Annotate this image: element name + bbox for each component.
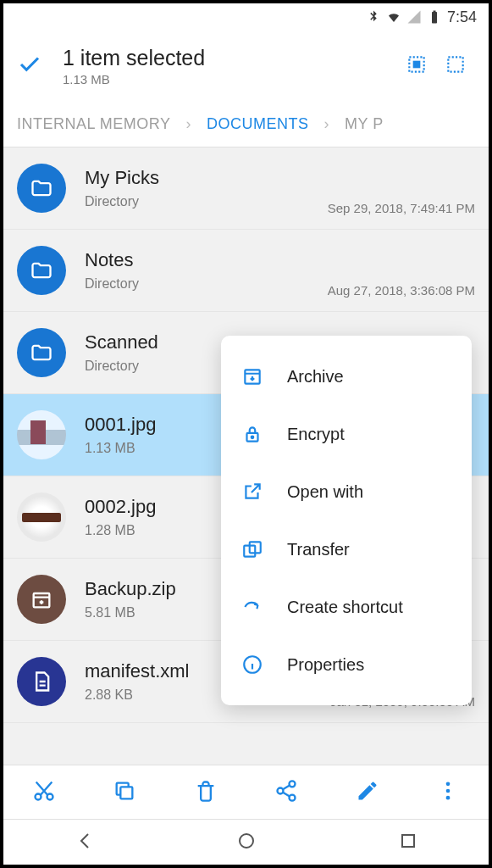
menu-label: Archive (287, 367, 344, 387)
folder-icon (17, 328, 66, 377)
file-type: Directory (85, 194, 328, 209)
breadcrumb: INTERNAL MEMORY › DOCUMENTS › MY P (3, 102, 489, 147)
header-subtitle: 1.13 MB (63, 72, 397, 86)
select-all-button[interactable] (397, 45, 436, 87)
svg-point-13 (240, 834, 253, 848)
signal-icon (406, 9, 422, 25)
select-none-button[interactable] (436, 45, 475, 87)
copy-button[interactable] (101, 771, 148, 815)
context-menu: Archive Encrypt Open with Transfer Creat… (221, 336, 472, 705)
header-title: 1 item selected (63, 46, 397, 70)
file-type: Directory (85, 276, 328, 292)
selection-header: 1 item selected 1.13 MB (3, 31, 489, 102)
status-bar: 7:54 (3, 3, 489, 31)
svg-point-10 (446, 782, 451, 786)
svg-rect-6 (121, 787, 133, 798)
svg-rect-14 (402, 835, 414, 847)
svg-point-17 (252, 436, 254, 438)
battery-icon (427, 9, 442, 25)
menu-open-with[interactable]: Open with (221, 463, 472, 520)
cut-button[interactable] (20, 771, 68, 815)
menu-label: Properties (287, 655, 364, 675)
menu-label: Open with (287, 482, 363, 502)
svg-rect-2 (448, 57, 462, 71)
svg-point-12 (446, 795, 451, 799)
svg-point-8 (278, 787, 284, 793)
svg-point-9 (290, 794, 296, 800)
menu-archive[interactable]: Archive (221, 348, 472, 405)
action-toolbar (3, 765, 489, 819)
menu-label: Encrypt (287, 425, 345, 444)
status-time: 7:54 (447, 8, 477, 26)
breadcrumb-internal[interactable]: INTERNAL MEMORY (17, 115, 171, 133)
svg-point-11 (446, 788, 451, 793)
svg-point-5 (47, 793, 53, 799)
rename-button[interactable] (344, 771, 391, 815)
menu-create-shortcut[interactable]: Create shortcut (221, 578, 472, 636)
chevron-right-icon: › (186, 115, 192, 133)
list-item[interactable]: My Picks Directory Sep 29, 2018, 7:49:41… (3, 147, 489, 230)
confirm-check-icon[interactable] (17, 52, 42, 81)
chevron-right-icon: › (324, 115, 330, 133)
document-icon (17, 657, 66, 706)
svg-rect-1 (413, 61, 421, 69)
bluetooth-icon (366, 9, 381, 25)
archive-icon (17, 575, 66, 624)
svg-point-4 (35, 793, 41, 799)
more-button[interactable] (424, 771, 472, 815)
file-date: Aug 27, 2018, 3:36:08 PM (328, 283, 475, 298)
svg-rect-3 (34, 593, 50, 607)
svg-point-7 (290, 781, 296, 787)
file-name: My Picks (85, 167, 328, 189)
menu-label: Create shortcut (287, 598, 403, 617)
list-item[interactable]: Notes Directory Aug 27, 2018, 3:36:08 PM (3, 230, 489, 312)
file-date: Sep 29, 2018, 7:49:41 PM (328, 201, 475, 215)
folder-icon (17, 164, 66, 213)
breadcrumb-mypicks[interactable]: MY P (345, 115, 384, 133)
menu-properties[interactable]: Properties (221, 636, 472, 693)
folder-icon (17, 246, 66, 295)
image-thumbnail (17, 410, 66, 459)
menu-encrypt[interactable]: Encrypt (221, 405, 472, 463)
back-button[interactable] (51, 824, 119, 861)
recents-button[interactable] (374, 824, 442, 861)
file-name: Notes (85, 249, 328, 271)
share-button[interactable] (263, 771, 310, 815)
wifi-icon (386, 9, 401, 25)
system-nav-bar (3, 819, 489, 865)
menu-transfer[interactable]: Transfer (221, 520, 472, 578)
image-thumbnail (17, 492, 66, 542)
menu-label: Transfer (287, 540, 350, 559)
breadcrumb-documents[interactable]: DOCUMENTS (207, 115, 309, 133)
home-button[interactable] (213, 824, 280, 861)
delete-button[interactable] (182, 771, 229, 815)
